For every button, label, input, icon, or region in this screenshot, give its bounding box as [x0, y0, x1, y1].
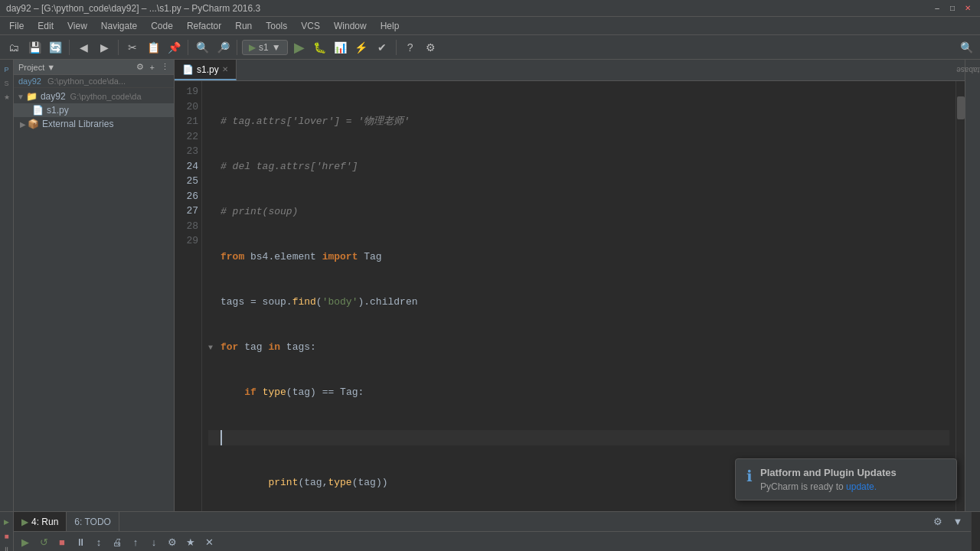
toolbar-search-everywhere-icon[interactable]: 🔍 — [957, 38, 975, 57]
project-settings-icon[interactable]: ⚙ — [136, 62, 144, 72]
project-label: Project ▼ — [18, 63, 55, 72]
toolbar-find-usages-icon[interactable]: 🔎 — [214, 38, 232, 57]
bottom-tab-controls: ⚙ ▼ — [925, 514, 971, 530]
toolbar-sync-icon[interactable]: 🔄 — [46, 38, 64, 57]
tab-s1py[interactable]: 📄 s1.py ✕ — [175, 60, 237, 80]
menu-help[interactable]: Help — [374, 19, 406, 33]
breadcrumb-project[interactable]: day92 — [18, 77, 41, 86]
toolbar-cut-icon[interactable]: ✂ — [123, 38, 142, 57]
run-tab-icon: ▶ — [21, 517, 28, 527]
toolbar-paste-icon[interactable]: 📌 — [165, 38, 183, 57]
main-content: P S ★ Project ▼ ⚙ + ⋮ day92 G:\python_co… — [0, 60, 980, 511]
notification-content: Platform and Plugin Updates PyCharm is r… — [760, 467, 946, 492]
toolbar: 🗂 💾 🔄 ◀ ▶ ✂ 📋 📌 🔍 🔎 ▶ s1 ▼ ▶ 🐛 📊 ⚡ ✔ ? ⚙… — [0, 35, 980, 60]
project-panel-header: Project ▼ ⚙ + ⋮ — [14, 60, 174, 75]
menu-bar: File Edit View Navigate Code Refactor Ru… — [0, 17, 980, 35]
folder-icon-day92: 📁 — [26, 91, 38, 102]
title-bar: day92 – [G:\python_code\day92] – ...\s1.… — [0, 0, 980, 17]
tree-item-s1py[interactable]: 📄 s1.py — [14, 103, 174, 117]
toolbar-copy-icon[interactable]: 📋 — [144, 38, 162, 57]
ext-libs-icon: 📦 — [28, 119, 39, 129]
scroll-console-btn[interactable]: ↕ — [90, 534, 107, 551]
project-options-icon[interactable]: ⋮ — [161, 62, 169, 72]
run-config-selector[interactable]: ▶ s1 ▼ — [242, 40, 288, 55]
toolbar-find-icon[interactable]: 🔍 — [193, 38, 211, 57]
stop-side-icon[interactable]: ■ — [0, 529, 14, 543]
pause-run-btn[interactable]: ⏸ — [72, 534, 89, 551]
tree-label-ext-libs: External Libraries — [42, 119, 113, 129]
toolbar-run-button[interactable]: ▶ — [290, 38, 309, 57]
pause-side-icon[interactable]: ⏸ — [0, 543, 14, 551]
toolbar-help-icon[interactable]: ? — [401, 38, 420, 57]
menu-code[interactable]: Code — [145, 19, 179, 33]
line-num-22: 22 — [178, 129, 198, 145]
scroll-thumb[interactable] — [957, 96, 965, 119]
menu-edit[interactable]: Edit — [31, 19, 60, 33]
left-icon-bar: P S ★ — [0, 60, 14, 511]
bottom-tab-todo[interactable]: 6: TODO — [67, 512, 119, 531]
bottom-scrollbar — [971, 512, 980, 551]
toolbar-check-button[interactable]: ✔ — [373, 38, 391, 57]
maximize-button[interactable]: □ — [946, 2, 959, 15]
toolbar-profile-button[interactable]: ⚡ — [352, 38, 371, 57]
toolbar-separator-4 — [237, 40, 237, 55]
project-plus-icon[interactable]: + — [150, 63, 155, 72]
tree-arrow-ext-libs: ▶ — [20, 120, 26, 129]
menu-tools[interactable]: Tools — [260, 19, 293, 33]
bottom-settings-btn[interactable]: ⚙ — [929, 514, 946, 530]
code-content[interactable]: # tag.attrs['lover'] = '物理老师' # del tag.… — [202, 81, 956, 511]
stop-btn[interactable]: ■ — [54, 534, 70, 551]
run-config-icon: ▶ — [249, 42, 256, 53]
structure-tool-icon[interactable]: S — [0, 77, 14, 90]
tab-close-s1py[interactable]: ✕ — [222, 65, 228, 73]
code-line-25: if type(tag) == Tag: — [208, 385, 949, 400]
run-side-icon[interactable]: ▶ — [0, 515, 14, 529]
toolbar-settings-icon[interactable]: ⚙ — [422, 38, 440, 57]
project-tool-icon[interactable]: P — [0, 63, 14, 77]
down-btn[interactable]: ↓ — [145, 534, 162, 551]
line-num-23: 23 — [178, 144, 198, 159]
breadcrumb-path: G:\python_code\da... — [47, 77, 126, 86]
up-btn[interactable]: ↑ — [127, 534, 144, 551]
bottom-tab-run[interactable]: ▶ 4: Run — [14, 512, 67, 531]
toolbar-save-icon[interactable]: 💾 — [25, 38, 44, 57]
toolbar-coverage-button[interactable]: 📊 — [332, 38, 350, 57]
rerun-btn[interactable]: ↺ — [35, 534, 52, 551]
notification-info-icon: ℹ — [746, 467, 753, 485]
code-text-19: # tag.attrs['lover'] = '物理老师' — [220, 114, 410, 129]
bottom-main: ▶ 4: Run 6: TODO ⚙ ▼ ▶ ↺ ■ ⏸ — [14, 512, 971, 551]
menu-navigate[interactable]: Navigate — [95, 19, 143, 33]
tree-path-day92: G:\python_code\da — [70, 92, 142, 101]
code-line-19: # tag.attrs['lover'] = '物理老师' — [208, 114, 949, 129]
database-icon[interactable]: Database — [966, 63, 980, 77]
tree-label-day92: day92 — [41, 91, 66, 102]
toolbar-debug-button[interactable]: 🐛 — [311, 38, 329, 57]
menu-refactor[interactable]: Refactor — [181, 19, 227, 33]
run-tab-label: 4: Run — [31, 517, 58, 527]
close-button[interactable]: ✕ — [962, 2, 974, 15]
run-config-arrow: ▼ — [272, 42, 281, 53]
toolbar-forward-icon[interactable]: ▶ — [95, 38, 113, 57]
fold-24[interactable]: ▼ — [208, 342, 220, 354]
toolbar-project-icon[interactable]: 🗂 — [5, 38, 23, 57]
notification-update-link[interactable]: update. — [846, 481, 877, 492]
minimize-button[interactable]: – — [931, 2, 943, 15]
filter-btn[interactable]: ⚙ — [164, 534, 181, 551]
bottom-minimize-btn[interactable]: ▼ — [949, 514, 966, 530]
menu-window[interactable]: Window — [328, 19, 373, 33]
favorites-tool-icon[interactable]: ★ — [0, 90, 14, 104]
tree-item-ext-libs[interactable]: ▶ 📦 External Libraries — [14, 117, 174, 131]
notification-text: PyCharm is ready to update. — [760, 481, 946, 492]
menu-vcs[interactable]: VCS — [295, 19, 326, 33]
print-btn[interactable]: 🖨 — [109, 534, 126, 551]
menu-view[interactable]: View — [61, 19, 93, 33]
menu-run[interactable]: Run — [229, 19, 258, 33]
tree-item-day92[interactable]: ▼ 📁 day92 G:\python_code\da — [14, 90, 174, 103]
line-numbers: 19 20 21 22 23 24 25 26 27 28 29 — [175, 81, 202, 511]
close-run-btn[interactable]: ✕ — [201, 534, 217, 551]
star-btn[interactable]: ★ — [182, 534, 199, 551]
run-btn[interactable]: ▶ — [17, 534, 34, 551]
menu-file[interactable]: File — [3, 19, 30, 33]
toolbar-back-icon[interactable]: ◀ — [74, 38, 93, 57]
bottom-left-icons: ▶ ■ ⏸ ↺ 📌 ⚙ ▲ ▼ 🗑 ? — [0, 512, 14, 551]
